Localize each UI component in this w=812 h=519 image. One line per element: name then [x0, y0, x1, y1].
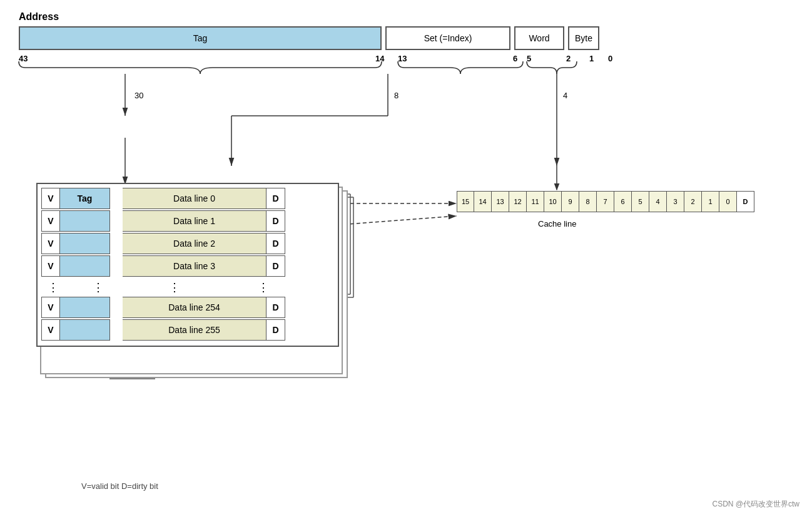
word-box: Word — [514, 26, 564, 50]
cell-tag-0: Tag — [60, 188, 110, 209]
tag-box: Tag — [19, 26, 382, 50]
cell-data-1: Data line 1 — [123, 210, 266, 232]
cell-data-3: Data line 3 — [123, 255, 266, 277]
cache-row-3: V Data line 3 D — [41, 255, 334, 277]
bit-1: 1 — [589, 54, 594, 63]
cache-cell-0: 0 — [719, 191, 737, 212]
cell-v-1: V — [41, 210, 60, 232]
cell-tag-3 — [60, 255, 110, 277]
watermark: CSDN @代码改变世界ctw — [712, 499, 799, 510]
cache-row-254: V Data line 254 D — [41, 297, 334, 318]
bit-0: 0 — [608, 54, 612, 63]
byte-box: Byte — [568, 26, 599, 50]
tag-bits-label: 30 — [134, 91, 143, 100]
cache-cell-12: 12 — [509, 191, 527, 212]
cache-cell-13: 13 — [492, 191, 509, 212]
cell-v-254: V — [41, 297, 60, 318]
svg-line-7 — [332, 216, 457, 225]
cache-cell-1: 1 — [702, 191, 719, 212]
cell-d-3: D — [266, 255, 285, 277]
cache-row-255: V Data line 255 D — [41, 319, 334, 341]
cache-cell-d: D — [737, 191, 754, 212]
word-bits-label: 4 — [563, 91, 567, 100]
cell-data-2: Data line 2 — [123, 233, 266, 254]
cache-cell-7: 7 — [597, 191, 614, 212]
address-row: Tag Set (=Index) Word Byte — [19, 26, 599, 50]
cell-tag-255 — [60, 319, 110, 341]
cell-v-3: V — [41, 255, 60, 277]
cell-tag-254 — [60, 297, 110, 318]
cache-cell-11: 11 — [527, 191, 544, 212]
legend: V=valid bit D=dirty bit — [81, 481, 158, 491]
bit-6: 6 — [513, 54, 517, 63]
cache-cell-6: 6 — [614, 191, 632, 212]
cache-row-0: V Tag Data line 0 D — [41, 188, 334, 209]
bit-5: 5 — [527, 54, 531, 63]
set-box: Set (=Index) — [385, 26, 510, 50]
cell-d-2: D — [266, 233, 285, 254]
dots-row: ⋮ ⋮ ⋮ ⋮ — [41, 278, 334, 297]
bit-2: 2 — [566, 54, 571, 63]
main-container: Address Tag Set (=Index) Word Byte 43 14… — [0, 0, 812, 519]
cell-d-255: D — [266, 319, 285, 341]
cache-cell-3: 3 — [667, 191, 684, 212]
cache-cell-9: 9 — [562, 191, 579, 212]
cell-v-255: V — [41, 319, 60, 341]
bit-43: 43 — [19, 54, 28, 63]
cell-v-2: V — [41, 233, 60, 254]
cell-tag-1 — [60, 210, 110, 232]
cell-d-254: D — [266, 297, 285, 318]
cache-cell-10: 10 — [544, 191, 562, 212]
cache-cell-15: 15 — [457, 191, 474, 212]
cache-cell-4: 4 — [649, 191, 667, 212]
set-bits-label: 8 — [394, 91, 398, 100]
bit-14: 14 — [375, 54, 384, 63]
cell-d-0: D — [266, 188, 285, 209]
cache-line-display: 15 14 13 12 11 10 9 8 7 6 5 4 3 2 1 0 D — [457, 191, 754, 212]
cache-row-2: V Data line 2 D — [41, 233, 334, 254]
cache-structure: V Tag Data line 0 D V Data line 1 D V Da… — [36, 183, 339, 347]
cache-cell-14: 14 — [474, 191, 492, 212]
cell-tag-2 — [60, 233, 110, 254]
cache-cell-2: 2 — [684, 191, 702, 212]
cell-data-255: Data line 255 — [123, 319, 266, 341]
cell-v-0: V — [41, 188, 60, 209]
cell-data-254: Data line 254 — [123, 297, 266, 318]
bit-13: 13 — [398, 54, 407, 63]
cache-row-1: V Data line 1 D — [41, 210, 334, 232]
cell-d-1: D — [266, 210, 285, 232]
cell-data-0: Data line 0 — [123, 188, 266, 209]
address-label: Address — [19, 11, 59, 23]
cache-line-label: Cache line — [538, 219, 576, 229]
cache-cell-8: 8 — [579, 191, 597, 212]
cache-cell-5: 5 — [632, 191, 649, 212]
